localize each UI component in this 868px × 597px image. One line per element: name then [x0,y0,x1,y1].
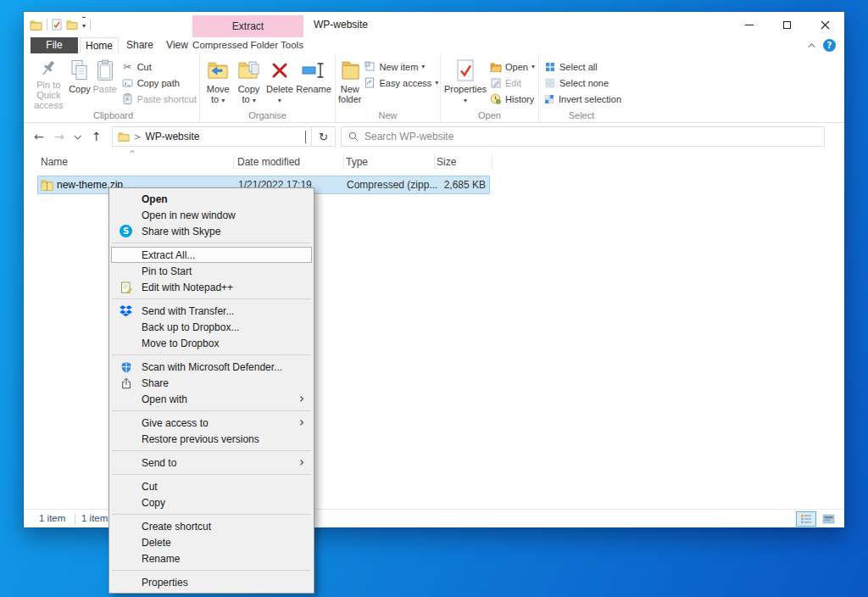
menu-item-restore-previous-versions[interactable]: Restore previous versions [111,431,312,447]
tab-file[interactable]: File [31,37,78,53]
group-label-select: Select [539,110,624,120]
menu-item-open-in-new-window[interactable]: Open in new window [111,207,312,223]
menu-item-rename[interactable]: Rename [111,550,312,566]
menu-item-edit-with-notepadpp[interactable]: Edit with Notepad++ [111,279,312,295]
properties-button[interactable]: Properties ▾ [443,55,487,110]
new-folder-icon [340,57,360,84]
recent-locations-button[interactable] [75,123,80,149]
menu-item-open-with[interactable]: Open with › [111,391,312,407]
menu-item-delete[interactable]: Delete [111,534,312,550]
new-folder-button[interactable]: New folder [338,55,362,110]
menu-item-share[interactable]: Share [111,375,312,391]
group-label-open: Open [441,110,538,120]
tab-home[interactable]: Home [80,37,119,53]
new-folder-icon[interactable] [66,17,78,32]
collapse-ribbon-icon[interactable] [808,43,815,50]
select-none-button[interactable]: Select none [543,75,621,91]
maximize-button[interactable] [768,12,806,37]
copy-path-icon [121,78,134,88]
edit-button[interactable]: Edit [489,75,535,91]
pin-to-quick-access-button[interactable]: Pin to Quick access [30,55,68,110]
menu-separator [112,298,311,299]
menu-item-share-with-skype[interactable]: S Share with Skype [111,223,312,239]
menu-item-send-to[interactable]: Send to › [111,455,312,471]
refresh-button[interactable]: ↻ [312,126,336,147]
select-all-button[interactable]: Select all [543,59,621,75]
rename-button[interactable]: Rename [295,55,332,110]
dropdown-caret-icon: ▾ [531,63,535,70]
column-header-size[interactable]: Size [437,156,456,168]
easy-access-button[interactable]: Easy access ▾ [364,75,439,91]
divider [90,19,91,31]
cut-button[interactable]: ✂ Cut [121,59,197,75]
menu-item-extract-all[interactable]: Extract All... [111,247,312,263]
folder-icon[interactable] [30,17,42,32]
close-button[interactable] [806,12,844,37]
column-divider[interactable] [233,154,234,169]
menu-separator [112,410,311,411]
column-divider[interactable] [492,154,492,169]
move-to-icon [207,57,229,84]
details-view-icon [800,514,812,524]
history-button[interactable]: History [489,91,535,107]
menu-item-give-access-to[interactable]: Give access to › [111,415,312,431]
address-dropdown-button[interactable] [305,131,306,142]
tab-extract-contextual[interactable]: Extract [192,15,303,37]
view-toggles [796,511,838,527]
delete-button[interactable]: Delete ▾ [264,55,295,110]
new-item-button[interactable]: New item ▾ [364,59,439,75]
menu-item-move-to-dropbox[interactable]: Move to Dropbox [111,335,312,351]
details-view-button[interactable] [796,511,816,527]
menu-item-copy[interactable]: Copy [111,494,312,511]
paste-button[interactable]: Paste [92,55,117,110]
tab-view[interactable]: View [161,37,193,53]
copy-path-button[interactable]: Copy path [121,75,197,91]
tab-compressed-folder-tools[interactable]: Compressed Folder Tools [192,37,303,53]
minimize-button[interactable] [730,12,768,37]
search-input[interactable] [364,131,817,142]
file-type: Compressed (zipp... [347,179,437,191]
cut-icon: ✂ [121,61,134,73]
select-all-icon [543,62,556,72]
paste-shortcut-icon [121,93,134,104]
menu-item-scan-with-defender[interactable]: Scan with Microsoft Defender... [111,359,312,375]
column-header-type[interactable]: Type [346,156,368,168]
menu-item-send-with-transfer[interactable]: Send with Transfer... [111,303,312,319]
menu-item-pin-to-start[interactable]: Pin to Start [111,263,312,279]
back-button[interactable]: ← [34,123,44,149]
breadcrumb[interactable]: > WP-website [112,126,312,147]
address-bar: ← → ↑ > WP-website ↻ [24,123,844,149]
large-icons-view-button[interactable] [818,511,838,527]
open-button[interactable]: Open ▾ [489,59,535,75]
customize-toolbar-icon[interactable]: ▾ [82,17,86,32]
up-button[interactable]: ↑ [92,123,102,149]
column-divider[interactable] [434,154,435,169]
copy-button[interactable]: Copy [68,55,92,110]
invert-selection-button[interactable]: Invert selection [543,91,621,107]
menu-item-create-shortcut[interactable]: Create shortcut [111,518,312,534]
copy-to-icon [238,57,260,84]
chevron-down-icon [305,131,306,143]
breadcrumb-folder[interactable]: WP-website [145,131,199,142]
move-to-button[interactable]: Move to ▾ [203,55,233,110]
menu-item-cut[interactable]: Cut [111,478,312,494]
copy-to-button[interactable]: Copy to ▾ [233,55,264,110]
column-headers: ^ Name Date modified Type Size [24,149,844,171]
column-header-date-modified[interactable]: Date modified [237,156,300,168]
ribbon-group-select: Select all Select none Invert selection … [539,53,624,122]
column-header-name[interactable]: Name [41,156,68,168]
tab-share[interactable]: Share [122,37,158,53]
menu-item-back-up-to-dropbox[interactable]: Back up to Dropbox... [111,319,312,335]
forward-button[interactable]: → [54,123,64,149]
paste-shortcut-button[interactable]: Paste shortcut [121,91,197,107]
properties-icon[interactable] [52,17,62,32]
pin-icon [40,57,57,80]
new-item-icon [364,61,376,72]
column-divider[interactable] [343,154,344,169]
ribbon-tab-row: File Home Share View Compressed Folder T… [24,37,844,53]
menu-item-open[interactable]: Open [111,191,312,207]
menu-item-properties[interactable]: Properties [111,574,312,590]
large-icons-view-icon [822,514,835,524]
help-icon[interactable]: ? [823,39,836,52]
quick-access-toolbar: ▾ [30,17,91,32]
